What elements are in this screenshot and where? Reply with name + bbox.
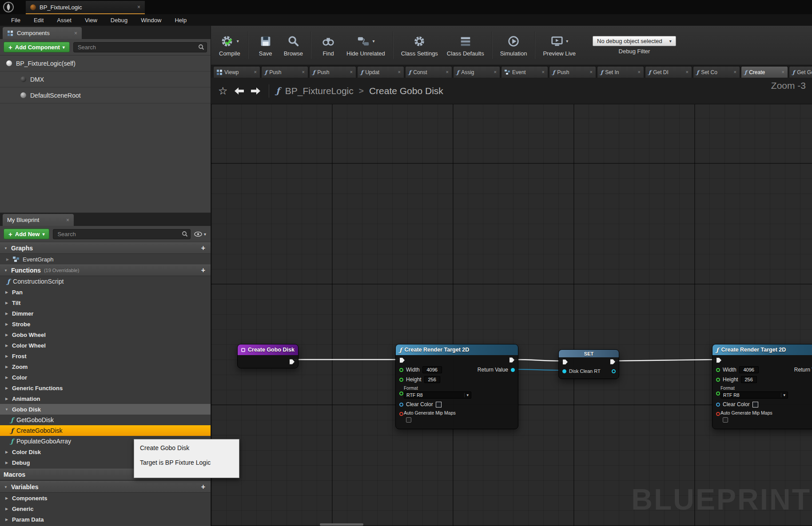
category-pan[interactable]: ▶ Pan xyxy=(0,287,211,297)
exec-in-pin[interactable] xyxy=(716,357,722,363)
clear-color-swatch[interactable] xyxy=(752,402,758,407)
set-output-pin[interactable] xyxy=(612,369,616,373)
tab-components[interactable]: Components × xyxy=(3,27,82,39)
node-create-render-target-2d-2[interactable]: ƒ Create Render Target 2D Width xyxy=(712,344,812,429)
add-function-button[interactable]: + xyxy=(199,267,207,274)
graph-tab-push-1[interactable]: ƒ Push × xyxy=(261,66,308,78)
graph-tab-create-active[interactable]: ƒ Create × xyxy=(741,66,788,78)
tree-item-dmx[interactable]: DMX xyxy=(0,71,211,87)
close-icon[interactable]: × xyxy=(74,31,77,36)
category-tilt[interactable]: ▶ Tilt xyxy=(0,297,211,308)
graph-tab-set-in[interactable]: ƒ Set In × xyxy=(597,66,644,78)
width-pin[interactable] xyxy=(716,368,720,372)
close-icon[interactable]: × xyxy=(734,70,736,75)
mipmaps-checkbox[interactable] xyxy=(406,417,411,423)
category-gobo-wheel[interactable]: ▶ Gobo Wheel xyxy=(0,329,211,340)
width-input[interactable] xyxy=(422,366,442,373)
node-set-disk-clean-rt[interactable]: SET Disk Clean RT xyxy=(558,349,619,379)
graph-tab-const[interactable]: ƒ Const × xyxy=(405,66,452,78)
category-zoom[interactable]: ▶ Zoom xyxy=(0,361,211,372)
exec-out-pin[interactable] xyxy=(289,359,295,364)
category-color-wheel[interactable]: ▶ Color Wheel xyxy=(0,340,211,351)
my-blueprint-search-input[interactable] xyxy=(53,229,191,239)
favorite-star-icon[interactable]: ☆ xyxy=(218,86,228,96)
close-icon[interactable]: × xyxy=(254,70,257,75)
node-create-gobo-disk-entry[interactable]: Create Gobo Disk xyxy=(237,344,299,368)
browse-button[interactable]: Browse xyxy=(279,32,307,59)
class-settings-button[interactable]: Class Settings xyxy=(397,32,442,59)
menu-window[interactable]: Window xyxy=(134,17,168,24)
close-icon[interactable]: × xyxy=(350,70,353,75)
mipmaps-pin[interactable] xyxy=(716,412,720,416)
category-generic[interactable]: ▶ Generic xyxy=(0,503,211,514)
close-icon[interactable]: × xyxy=(638,70,641,75)
find-button[interactable]: Find xyxy=(314,32,342,59)
add-component-button[interactable]: + Add Component ▾ xyxy=(4,42,70,52)
format-pin[interactable] xyxy=(716,392,720,395)
format-dropdown[interactable]: RTF R8 ▾ xyxy=(720,392,788,399)
close-icon[interactable]: × xyxy=(494,70,497,75)
breadcrumb-root[interactable]: BP_FixtureLogic xyxy=(285,86,354,96)
disk-clean-rt-pin[interactable] xyxy=(562,369,566,373)
close-icon[interactable]: × xyxy=(137,4,140,10)
close-icon[interactable]: × xyxy=(66,218,69,223)
clear-color-pin[interactable] xyxy=(399,403,403,407)
graph-tab-set-co[interactable]: ƒ Set Co × xyxy=(693,66,740,78)
category-color[interactable]: ▶ Color xyxy=(0,372,211,383)
category-generic-functions[interactable]: ▶ Generic Functions xyxy=(0,383,211,393)
height-pin[interactable] xyxy=(716,378,720,382)
mipmaps-checkbox[interactable] xyxy=(723,417,728,423)
graph-tab-viewport[interactable]: Viewp × xyxy=(213,66,260,78)
tree-item-self[interactable]: BP_FixtureLogic(self) xyxy=(0,55,211,71)
save-button[interactable]: Save xyxy=(252,32,279,59)
node-create-render-target-2d-1[interactable]: ƒ Create Render Target 2D Width xyxy=(395,344,518,429)
category-animation[interactable]: ▶ Animation xyxy=(0,393,211,404)
graph-tab-event[interactable]: Event × xyxy=(501,66,548,78)
exec-in-pin[interactable] xyxy=(562,359,568,365)
hide-unrelated-button[interactable]: ▾ Hide Unrelated xyxy=(342,32,390,59)
clear-color-pin[interactable] xyxy=(716,403,720,407)
graph-canvas[interactable]: BLUEPRINT Create Gobo Disk xyxy=(211,104,812,526)
graph-tab-assign[interactable]: ƒ Assig × xyxy=(453,66,500,78)
list-item-construction-script[interactable]: ƒ ConstructionScript xyxy=(0,276,211,287)
exec-out-pin[interactable] xyxy=(610,359,616,365)
exec-in-pin[interactable] xyxy=(399,357,405,363)
category-param-data[interactable]: ▶ Param Data xyxy=(0,514,211,525)
graph-tab-get-go[interactable]: ƒ Get Go × xyxy=(789,66,812,78)
add-new-button[interactable]: + Add New ▾ xyxy=(4,229,49,239)
close-icon[interactable]: × xyxy=(398,70,401,75)
simulation-button[interactable]: Simulation xyxy=(496,32,532,59)
list-item-getgobodisk[interactable]: ƒ GetGoboDisk xyxy=(0,415,211,425)
document-tab[interactable]: BP_FixtureLogic × xyxy=(26,1,145,14)
height-pin[interactable] xyxy=(399,378,403,382)
close-icon[interactable]: × xyxy=(446,70,449,75)
section-functions[interactable]: ▼ Functions (19 Overridable) + xyxy=(0,265,211,276)
class-defaults-button[interactable]: Class Defaults xyxy=(442,32,489,59)
exec-out-pin[interactable] xyxy=(509,357,515,363)
list-item-eventgraph[interactable]: ▶ EventGraph xyxy=(0,254,211,265)
close-icon[interactable]: × xyxy=(542,70,545,75)
clear-color-swatch[interactable] xyxy=(436,402,442,407)
close-icon[interactable]: × xyxy=(686,70,689,75)
preview-live-button[interactable]: ▾ Preview Live xyxy=(538,32,580,59)
graph-tab-get-di[interactable]: ƒ Get DI × xyxy=(645,66,692,78)
category-components[interactable]: ▶ Components xyxy=(0,493,211,503)
width-input[interactable] xyxy=(739,366,759,373)
menu-debug[interactable]: Debug xyxy=(104,17,134,24)
mipmaps-pin[interactable] xyxy=(399,412,403,416)
menu-file[interactable]: File xyxy=(4,17,27,24)
return-value-pin[interactable] xyxy=(511,368,515,372)
section-graphs[interactable]: ▼ Graphs + xyxy=(0,242,211,254)
width-pin[interactable] xyxy=(399,368,403,372)
graph-tab-push-2[interactable]: ƒ Push × xyxy=(309,66,356,78)
menu-edit[interactable]: Edit xyxy=(27,17,50,24)
back-arrow-icon[interactable] xyxy=(233,87,245,95)
format-pin[interactable] xyxy=(399,392,403,395)
components-search-input[interactable] xyxy=(73,42,207,52)
height-input[interactable] xyxy=(424,376,440,383)
height-input[interactable] xyxy=(741,376,757,383)
category-frost[interactable]: ▶ Frost xyxy=(0,351,211,361)
close-icon[interactable]: × xyxy=(590,70,593,75)
graph-tab-update[interactable]: ƒ Updat × xyxy=(357,66,404,78)
compile-button[interactable]: ▾ Compile xyxy=(215,32,245,59)
